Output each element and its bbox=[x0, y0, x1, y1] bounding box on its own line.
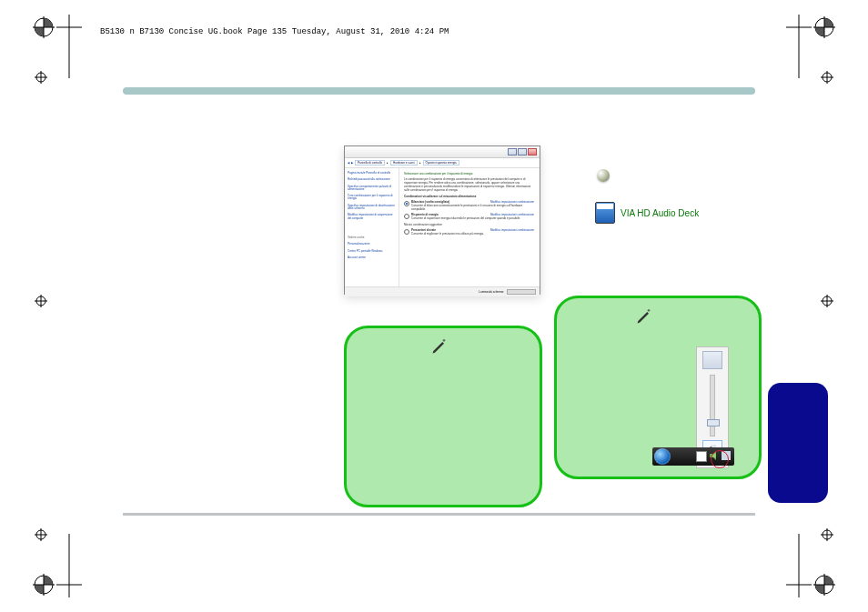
change-plan-link[interactable]: Modifica impostazioni combinazione bbox=[490, 228, 534, 232]
sidebar-link[interactable]: Centro PC portatile Windows bbox=[348, 250, 396, 253]
tray-volume-icon[interactable] bbox=[710, 451, 719, 460]
taskbar[interactable] bbox=[652, 447, 734, 466]
volume-slider-thumb[interactable] bbox=[707, 419, 720, 426]
registration-mark-icon bbox=[813, 16, 835, 38]
sidebar-link[interactable]: Account utente bbox=[348, 256, 396, 259]
maximize-button[interactable] bbox=[518, 148, 527, 156]
breadcrumb[interactable]: ◀▶ Pannello di controllo ▸ Hardware e su… bbox=[345, 158, 540, 168]
sidebar-link[interactable]: Richiedi password alla riattivazione bbox=[348, 178, 396, 181]
main-panel: Selezionare una combinazione per il risp… bbox=[399, 168, 540, 286]
sidebar-link[interactable]: Crea combinazione per il risparmio di en… bbox=[348, 195, 396, 201]
panel-heading: Selezionare una combinazione per il risp… bbox=[404, 172, 535, 176]
registration-mark-icon bbox=[813, 574, 835, 596]
radio-icon bbox=[404, 229, 409, 235]
registration-mark-icon bbox=[33, 16, 55, 38]
section-divider-top bbox=[123, 87, 755, 95]
crop-target-icon bbox=[821, 295, 833, 307]
section-label: Combinazioni visualizzate sul misuratore… bbox=[404, 195, 535, 198]
sidebar-link[interactable]: Specifica comportamento pulsanti di alim… bbox=[348, 186, 396, 192]
breadcrumb-segment[interactable]: Pannello di controllo bbox=[355, 160, 385, 166]
change-plan-link[interactable]: Modifica impostazioni combinazione bbox=[490, 200, 534, 204]
breadcrumb-segment[interactable]: Hardware e suoni bbox=[390, 160, 418, 166]
bullet-sphere-icon bbox=[597, 169, 610, 182]
window-titlebar[interactable] bbox=[345, 146, 540, 158]
breadcrumb-segment[interactable]: Opzioni risparmio energia bbox=[423, 160, 459, 166]
section-divider-bottom bbox=[123, 513, 755, 516]
plan-desc: Consente di risparmiare energia riducend… bbox=[411, 216, 520, 220]
crop-target-icon bbox=[35, 295, 47, 307]
note-callout bbox=[344, 326, 542, 507]
corner-bracket-icon bbox=[781, 532, 812, 597]
via-audio-icon bbox=[595, 202, 615, 224]
change-plan-link[interactable]: Modifica impostazioni combinazione bbox=[490, 213, 534, 216]
brightness-slider[interactable] bbox=[507, 289, 536, 295]
sidebar-link[interactable]: Pagina iniziale Pannello di controllo bbox=[348, 172, 396, 175]
page-tab bbox=[768, 383, 828, 503]
speaker-icon bbox=[702, 351, 722, 369]
start-orb-icon[interactable] bbox=[654, 448, 671, 465]
corner-bracket-icon bbox=[56, 532, 87, 597]
section-label: Mostra combinazioni aggiuntive bbox=[404, 223, 535, 226]
volume-slider-track[interactable] bbox=[710, 375, 715, 436]
sidebar-link[interactable]: Specifica impostazioni di disattivazione… bbox=[348, 205, 396, 211]
power-options-window: ◀▶ Pannello di controllo ▸ Hardware e su… bbox=[344, 145, 540, 295]
sidebar-link[interactable]: Modifica impostazioni di sospensione del… bbox=[348, 214, 396, 220]
radio-icon bbox=[404, 201, 409, 206]
corner-bracket-icon bbox=[781, 15, 812, 80]
audio-deck-label: VIA HD Audio Deck bbox=[621, 208, 699, 218]
power-plan-option[interactable]: Risparmio di energia Consente di risparm… bbox=[404, 213, 535, 220]
close-button[interactable] bbox=[528, 148, 537, 156]
brightness-label: Luminosità schermo: bbox=[479, 290, 504, 294]
radio-icon bbox=[404, 214, 409, 219]
window-footer: Luminosità schermo: bbox=[345, 286, 540, 296]
plan-desc: Consente di bilanciare automaticamente l… bbox=[411, 204, 535, 211]
crop-target-icon bbox=[821, 528, 833, 541]
crop-target-icon bbox=[35, 71, 47, 84]
power-plan-option[interactable]: Bilanciato (scelta consigliata) Consente… bbox=[404, 200, 535, 211]
crop-target-icon bbox=[821, 71, 833, 84]
registration-mark-icon bbox=[33, 574, 55, 596]
panel-intro: Le combinazioni per il risparmio di ener… bbox=[404, 177, 535, 192]
sidebar: Pagina iniziale Pannello di controllo Ri… bbox=[345, 168, 399, 286]
power-plan-option[interactable]: Prestazioni elevate Consente di migliora… bbox=[404, 228, 535, 236]
tray-network-icon[interactable] bbox=[722, 451, 731, 460]
audio-deck-launcher[interactable]: VIA HD Audio Deck bbox=[595, 202, 699, 224]
plan-desc: Consente di migliorare le prestazioni ma… bbox=[411, 232, 484, 236]
corner-bracket-icon bbox=[56, 15, 87, 80]
page-header-text: B5130 n B7130 Concise UG.book Page 135 T… bbox=[100, 27, 449, 36]
sidebar-heading: Vedere anche bbox=[348, 236, 396, 239]
minimize-button[interactable] bbox=[508, 148, 517, 156]
sidebar-link[interactable]: Personalizzazione bbox=[348, 243, 396, 246]
tray-flag-icon[interactable] bbox=[696, 451, 707, 462]
pencil-icon bbox=[635, 307, 653, 326]
pencil-icon bbox=[430, 337, 449, 356]
crop-target-icon bbox=[35, 528, 47, 541]
